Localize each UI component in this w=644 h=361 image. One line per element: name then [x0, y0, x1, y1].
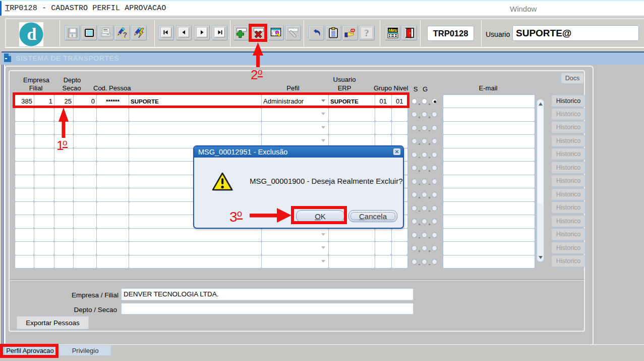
svg-text:?: ?: [123, 31, 127, 39]
svg-text:Menu: Menu: [388, 28, 398, 33]
svg-text:?: ?: [364, 28, 369, 38]
svg-text:d: d: [27, 25, 37, 43]
